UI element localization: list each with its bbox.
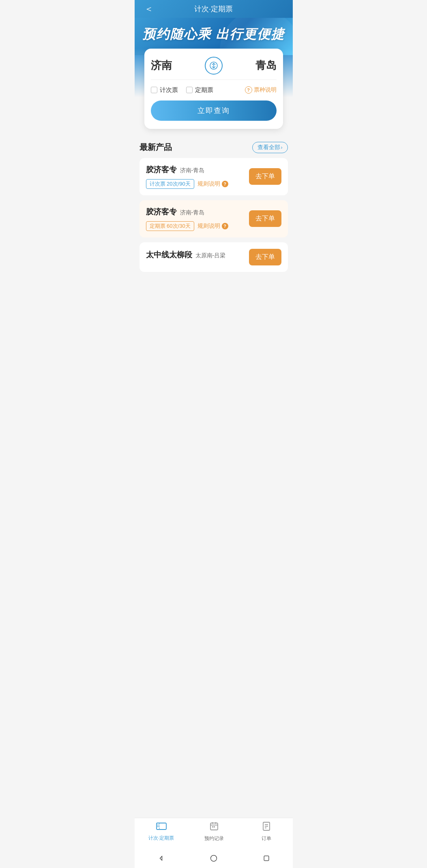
latest-products-section: 最新产品 查看全部 › 胶济客专 济南-青岛 计次票 20次/90天 — [139, 135, 288, 272]
order-button[interactable]: 去下单 — [249, 249, 281, 265]
query-button[interactable]: 立即查询 — [151, 100, 277, 121]
product-name: 胶济客专 — [146, 207, 177, 217]
product-card: 太中线太柳段 太原南-吕梁 去下单 — [139, 242, 288, 272]
product-title-row: 胶济客专 济南-青岛 — [146, 165, 228, 175]
swap-button[interactable] — [205, 57, 223, 75]
back-button[interactable]: ＜ — [141, 0, 157, 18]
product-title-row: 胶济客专 济南-青岛 — [146, 207, 228, 217]
chevron-right-icon: › — [281, 145, 283, 150]
svg-point-16 — [210, 855, 217, 862]
nav-item-order[interactable]: 订单 — [254, 821, 279, 842]
ticket-tag: 计次票 20次/90天 — [146, 179, 194, 189]
nav-label-ticket: 计次·定期票 — [148, 835, 174, 842]
product-name: 太中线太柳段 — [146, 250, 192, 260]
rules-question-icon: ? — [222, 223, 228, 229]
nav-item-record[interactable]: 预约记录 — [202, 821, 226, 842]
ticket-info-button[interactable]: ? 票种说明 — [245, 86, 277, 94]
product-info: 太中线太柳段 太原南-吕梁 — [146, 250, 226, 264]
order-icon — [262, 821, 271, 834]
question-icon: ? — [245, 86, 252, 94]
nav-item-ticket[interactable]: 计次·定期票 — [148, 822, 174, 842]
product-name: 胶济客专 — [146, 165, 177, 175]
bottom-nav: 计次·定期票 预约记录 — [135, 818, 293, 850]
ticket-type-row: 计次票 定期票 ? 票种说明 — [151, 86, 277, 94]
svg-rect-17 — [264, 856, 269, 861]
svg-rect-3 — [157, 825, 159, 825]
svg-marker-15 — [160, 856, 162, 860]
ticket-type-2-label: 定期票 — [195, 86, 213, 94]
section-header: 最新产品 查看全部 › — [139, 135, 288, 158]
product-card: 胶济客专 济南-青岛 计次票 20次/90天 规则说明 ? 去下单 — [139, 158, 288, 195]
system-recents-button[interactable] — [261, 853, 272, 864]
calendar-icon — [209, 821, 219, 834]
origin-city[interactable]: 济南 — [151, 58, 172, 73]
rules-button[interactable]: 规则说明 ? — [197, 180, 228, 188]
product-tags: 计次票 20次/90天 规则说明 ? — [146, 179, 228, 189]
product-route: 济南-青岛 — [180, 167, 205, 174]
ticket-info-label: 票种说明 — [254, 86, 277, 94]
product-title-row: 太中线太柳段 太原南-吕梁 — [146, 250, 226, 260]
section-title: 最新产品 — [139, 142, 172, 153]
rules-label: 规则说明 — [197, 180, 220, 188]
rules-question-icon: ? — [222, 181, 228, 187]
order-button[interactable]: 去下单 — [249, 210, 281, 227]
product-tags: 定期票 60次/30天 规则说明 ? — [146, 221, 228, 231]
search-card: 济南 青岛 计次票 — [144, 49, 283, 129]
rules-label: 规则说明 — [197, 222, 220, 230]
rules-button[interactable]: 规则说明 ? — [197, 222, 228, 230]
product-info: 胶济客专 济南-青岛 定期票 60次/30天 规则说明 ? — [146, 207, 228, 231]
system-home-button[interactable] — [208, 853, 219, 864]
page-title: 计次·定期票 — [194, 4, 233, 14]
checkbox-1-box[interactable] — [151, 87, 157, 93]
product-route: 太原南-吕梁 — [195, 252, 226, 259]
view-all-button[interactable]: 查看全部 › — [252, 142, 288, 153]
svg-rect-4 — [157, 826, 159, 827]
system-back-button[interactable] — [155, 853, 167, 864]
view-all-label: 查看全部 — [257, 144, 280, 151]
svg-rect-10 — [214, 826, 215, 827]
product-card: 胶济客专 济南-青岛 定期票 60次/30天 规则说明 ? 去下单 — [139, 200, 288, 237]
ticket-type-1-label: 计次票 — [160, 86, 178, 94]
product-route: 济南-青岛 — [180, 209, 205, 216]
ticket-icon — [156, 822, 167, 833]
nav-label-record: 预约记录 — [204, 835, 224, 842]
destination-city[interactable]: 青岛 — [255, 58, 277, 73]
ticket-type-1-checkbox[interactable]: 计次票 — [151, 86, 178, 94]
product-info: 胶济客专 济南-青岛 计次票 20次/90天 规则说明 ? — [146, 165, 228, 189]
order-button[interactable]: 去下单 — [249, 168, 281, 185]
route-row: 济南 青岛 — [151, 57, 277, 80]
nav-label-order: 订单 — [262, 835, 271, 842]
ticket-type-2-checkbox[interactable]: 定期票 — [186, 86, 213, 94]
svg-rect-9 — [212, 826, 213, 827]
checkbox-2-box[interactable] — [186, 87, 193, 93]
ticket-tag: 定期票 60次/30天 — [146, 221, 194, 231]
